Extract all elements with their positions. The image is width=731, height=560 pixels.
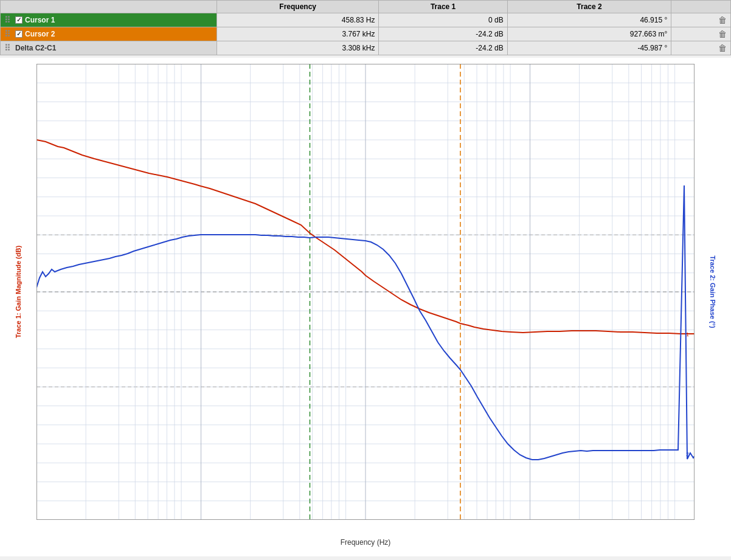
delta-label: Delta C2-C1 xyxy=(15,44,56,52)
y-axis-right: Trace 2: Gain Phase (°) xyxy=(695,64,731,520)
cursor1-delete-cell: 🗑 xyxy=(671,13,731,27)
delta-trace2: -45.987 ° xyxy=(507,41,671,55)
y-left-label: Trace 1: Gain Magnitude (dB) xyxy=(15,246,22,338)
cursor1-label-cell: ⠿ Cursor 1 xyxy=(1,13,217,27)
cursor1-drag-icon: ⠿ xyxy=(4,15,10,25)
col-header-trace2: Trace 2 xyxy=(507,1,671,13)
cursor2-label: Cursor 2 xyxy=(25,30,55,38)
cursor2-checkbox[interactable] xyxy=(15,30,23,38)
cursor-table: Frequency Trace 1 Trace 2 ⠿ Cursor 1 458… xyxy=(0,0,731,55)
col-header-action xyxy=(671,1,731,13)
delta-drag-icon: ⠿ xyxy=(4,43,10,53)
cursor1-checkbox[interactable] xyxy=(15,16,23,24)
cursor2-row: ⠿ Cursor 2 3.767 kHz -24.2 dB 927.663 m°… xyxy=(1,27,731,41)
x-axis-label-div: Frequency (Hz) xyxy=(0,538,731,547)
delta-label-cell: ⠿ Delta C2-C1 xyxy=(1,41,217,55)
delta-trace1: -24.2 dB xyxy=(379,41,507,55)
cursor1-delete-button[interactable]: 🗑 xyxy=(718,15,727,25)
cursor1-frequency: 458.83 Hz xyxy=(217,13,379,27)
delta-delete-cell: 🗑 xyxy=(671,41,731,55)
x-axis-label-text: Frequency (Hz) xyxy=(341,538,391,547)
cursor1-row: ⠿ Cursor 1 458.83 Hz 0 dB 46.915 ° 🗑 xyxy=(1,13,731,27)
cursor2-frequency: 3.767 kHz xyxy=(217,27,379,41)
y-axis-left: Trace 1: Gain Magnitude (dB) xyxy=(0,64,36,520)
delta-delete-button[interactable]: 🗑 xyxy=(718,43,727,53)
col-header-trace1: Trace 1 xyxy=(379,1,507,13)
cursor1-trace1: 0 dB xyxy=(379,13,507,27)
cursor2-delete-cell: 🗑 xyxy=(671,27,731,41)
cursor1-label: Cursor 1 xyxy=(25,16,55,24)
y-right-label: Trace 2: Gain Phase (°) xyxy=(709,255,716,328)
cursor1-trace2: 46.915 ° xyxy=(507,13,671,27)
delta-row: ⠿ Delta C2-C1 3.308 kHz -24.2 dB -45.987… xyxy=(1,41,731,55)
cursor2-trace2: 927.663 m° xyxy=(507,27,671,41)
col-header-frequency: Frequency xyxy=(217,1,379,13)
delta-frequency: 3.308 kHz xyxy=(217,41,379,55)
cursor2-trace1: -24.2 dB xyxy=(379,27,507,41)
chart-svg: 60 55 50 45 40 35 30 25 20 15 10 5 0 -5 … xyxy=(36,64,695,520)
trace1-end-label: 1 xyxy=(686,331,689,337)
col-header-cursor xyxy=(1,1,217,13)
cursor2-drag-icon: ⠿ xyxy=(4,29,10,39)
trace2-end-label: 2 xyxy=(686,451,689,457)
chart-container: Trace 1: Gain Magnitude (dB) Trace 2: Ga… xyxy=(0,58,731,556)
cursor2-delete-button[interactable]: 🗑 xyxy=(718,29,727,39)
cursor2-label-cell: ⠿ Cursor 2 xyxy=(1,27,217,41)
